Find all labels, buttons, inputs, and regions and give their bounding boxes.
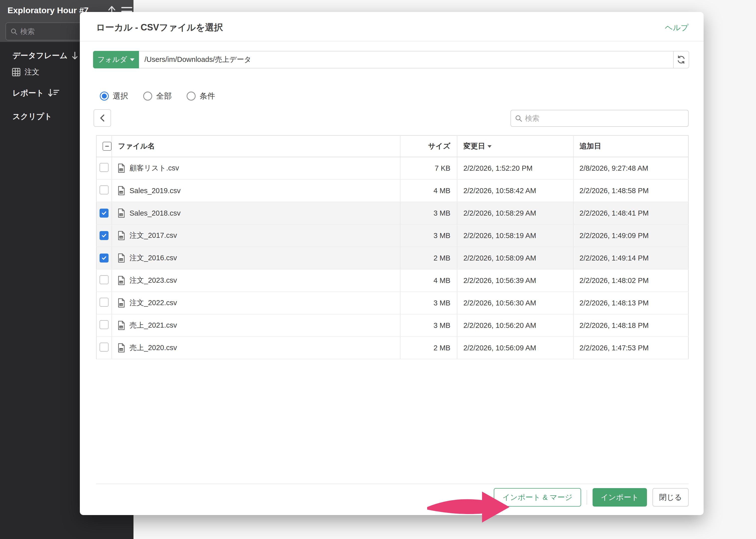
file-size: 2 MB	[400, 337, 457, 359]
file-checkbox[interactable]	[100, 231, 109, 240]
file-added-date: 2/2/2026, 1:49:14 PM	[573, 247, 688, 269]
import-merge-button[interactable]: インポート & マージ	[494, 488, 581, 506]
file-table-header-row: ファイル名 サイズ 変更日 追加日	[96, 135, 688, 157]
file-table-row[interactable]: csv 売上_2021.csv 3 MB 2/2/2026, 10:56:20 …	[96, 314, 688, 337]
button-divider	[587, 490, 587, 504]
svg-text:csv: csv	[119, 214, 123, 216]
filter-radio-option[interactable]: 全部	[143, 91, 172, 101]
file-added-date: 2/8/2026, 9:27:48 AM	[573, 157, 688, 180]
folder-button-label: フォルダ	[98, 55, 127, 65]
radio-icon	[187, 92, 195, 101]
dialog-header: ローカル - CSVファイルを選択 ヘルプ	[80, 12, 704, 41]
file-modified-date: 2/2/2026, 10:58:19 AM	[457, 224, 573, 247]
file-size: 4 MB	[400, 269, 457, 292]
chevron-left-icon	[99, 114, 106, 122]
scripts-label: スクリプト	[13, 111, 52, 122]
file-table-row[interactable]: csv 売上_2020.csv 2 MB 2/2/2026, 10:56:09 …	[96, 337, 688, 359]
dialog-title: ローカル - CSVファイルを選択	[96, 22, 223, 34]
file-added-date: 2/2/2026, 1:48:41 PM	[573, 202, 688, 224]
refresh-icon	[676, 55, 686, 64]
csv-file-icon: csv	[117, 208, 125, 218]
file-added-date: 2/2/2026, 1:48:18 PM	[573, 314, 688, 337]
modified-label: 変更日	[463, 142, 485, 150]
filter-radio-option[interactable]: 選択	[100, 91, 128, 101]
radio-label: 選択	[113, 91, 128, 101]
file-size: 3 MB	[400, 224, 457, 247]
import-button[interactable]: インポート	[593, 488, 647, 506]
folder-path-input[interactable]	[139, 51, 674, 68]
file-name: 売上_2020.csv	[129, 343, 177, 353]
column-header-modified[interactable]: 変更日	[457, 135, 573, 157]
sidebar-item-dataframe[interactable]: 注文	[12, 67, 39, 77]
column-header-size[interactable]: サイズ	[400, 135, 457, 157]
csv-file-icon: csv	[117, 186, 125, 195]
file-checkbox[interactable]	[100, 320, 109, 329]
svg-text:csv: csv	[119, 281, 123, 283]
help-link[interactable]: ヘルプ	[665, 23, 689, 33]
radio-icon	[143, 92, 152, 101]
file-name: 注文_2022.csv	[129, 298, 177, 308]
file-added-date: 2/2/2026, 1:48:13 PM	[573, 292, 688, 314]
file-table-row[interactable]: csv 注文_2023.csv 4 MB 2/2/2026, 10:56:39 …	[96, 269, 688, 292]
file-list-search[interactable]	[510, 110, 689, 127]
close-button[interactable]: 閉じる	[652, 488, 689, 506]
csv-file-icon: csv	[117, 343, 125, 352]
back-button[interactable]	[94, 109, 111, 127]
file-checkbox[interactable]	[100, 343, 109, 351]
dialog-footer: インポート & マージ インポート 閉じる	[96, 484, 689, 515]
file-size: 3 MB	[400, 314, 457, 337]
file-modified-date: 2/2/2026, 10:56:09 AM	[457, 337, 573, 359]
file-table: ファイル名 サイズ 変更日 追加日 csv	[96, 135, 689, 359]
sort-down-icon	[72, 52, 78, 60]
file-checkbox[interactable]	[100, 163, 109, 172]
file-table-row[interactable]: csv Sales_2018.csv 3 MB 2/2/2026, 10:58:…	[96, 202, 688, 224]
file-name: Sales_2019.csv	[129, 187, 181, 195]
file-checkbox[interactable]	[100, 209, 109, 218]
file-checkbox[interactable]	[100, 186, 109, 194]
file-table-row[interactable]: csv Sales_2019.csv 4 MB 2/2/2026, 10:58:…	[96, 180, 688, 202]
file-table-row[interactable]: csv 注文_2016.csv 2 MB 2/2/2026, 10:58:09 …	[96, 247, 688, 269]
csv-file-icon: csv	[117, 163, 125, 173]
folder-path-group: フォルダ	[93, 51, 689, 68]
file-size: 2 MB	[400, 247, 457, 269]
file-table-row[interactable]: csv 注文_2017.csv 3 MB 2/2/2026, 10:58:19 …	[96, 224, 688, 247]
column-header-added[interactable]: 追加日	[573, 135, 688, 157]
sidebar-section-dataframes[interactable]: データフレーム	[13, 50, 78, 61]
select-all-checkbox[interactable]	[103, 142, 112, 151]
filter-radio-option[interactable]: 条件	[187, 91, 215, 101]
file-modified-date: 2/2/2026, 10:58:42 AM	[457, 180, 573, 202]
file-table-row[interactable]: csv 注文_2022.csv 3 MB 2/2/2026, 10:56:30 …	[96, 292, 688, 314]
file-modified-date: 2/2/2026, 10:58:29 AM	[457, 202, 573, 224]
file-checkbox[interactable]	[100, 254, 109, 263]
file-table-row[interactable]: csv 顧客リスト.csv 7 KB 2/2/2026, 1:52:20 PM …	[96, 157, 688, 180]
file-name: 注文_2017.csv	[129, 231, 177, 241]
sort-amount-icon	[48, 89, 59, 97]
file-size: 3 MB	[400, 292, 457, 314]
dataframes-label: データフレーム	[13, 50, 68, 61]
file-added-date: 2/2/2026, 1:49:09 PM	[573, 224, 688, 247]
radio-label: 条件	[199, 91, 215, 101]
svg-text:csv: csv	[119, 169, 123, 171]
file-checkbox[interactable]	[100, 298, 109, 307]
caret-down-icon	[130, 58, 134, 61]
search-icon	[11, 28, 17, 35]
file-added-date: 2/2/2026, 1:47:53 PM	[573, 337, 688, 359]
file-size: 7 KB	[400, 157, 457, 180]
file-list-search-input[interactable]	[525, 114, 684, 122]
svg-text:csv: csv	[119, 348, 123, 351]
file-checkbox[interactable]	[100, 275, 109, 284]
svg-text:csv: csv	[119, 259, 123, 261]
column-header-filename[interactable]: ファイル名	[112, 135, 400, 157]
sidebar-section-scripts[interactable]: スクリプト	[13, 111, 52, 122]
sidebar-section-reports[interactable]: レポート	[13, 88, 59, 98]
file-name: Sales_2018.csv	[129, 209, 181, 217]
file-modified-date: 2/2/2026, 1:52:20 PM	[457, 157, 573, 180]
csv-file-icon: csv	[117, 298, 125, 308]
file-added-date: 2/2/2026, 1:48:58 PM	[573, 180, 688, 202]
folder-dropdown-button[interactable]: フォルダ	[93, 51, 139, 68]
file-modified-date: 2/2/2026, 10:58:09 AM	[457, 247, 573, 269]
refresh-button[interactable]	[674, 51, 689, 68]
csv-import-dialog: ローカル - CSVファイルを選択 ヘルプ フォルダ 選択 全部	[80, 12, 704, 515]
file-name: 売上_2021.csv	[129, 320, 177, 330]
radio-icon	[100, 92, 109, 101]
